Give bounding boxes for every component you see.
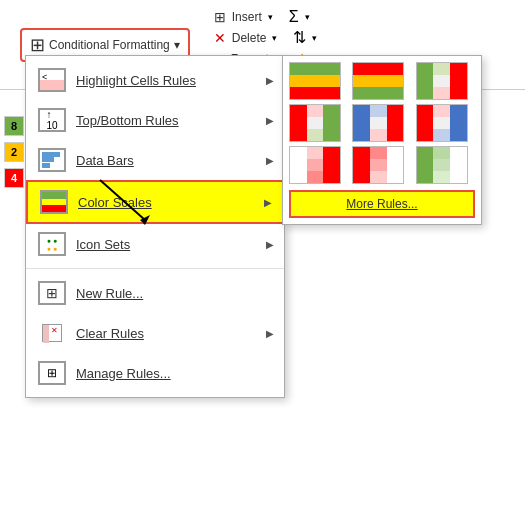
dropdown-menu: < Highlight Cells Rules ▶ ↑10 Top/Bottom… — [25, 55, 285, 398]
menu-item-colorscales[interactable]: Color Scales ▶ — [26, 180, 284, 224]
topbottom-arrow: ▶ — [266, 115, 274, 126]
databars-arrow: ▶ — [266, 155, 274, 166]
colorscales-icon — [38, 188, 70, 216]
row-2-indicator: 2 — [4, 142, 24, 162]
row-indicators: 8 2 4 — [4, 114, 24, 190]
scale-green-white[interactable] — [416, 146, 468, 184]
menu-item-topbottom[interactable]: ↑10 Top/Bottom Rules ▶ — [26, 100, 284, 140]
managerules-label: Manage Rules... — [76, 366, 274, 381]
menu-item-databars[interactable]: Data Bars ▶ — [26, 140, 284, 180]
colorscale-grid — [289, 62, 475, 184]
scale-red-yellow-green[interactable] — [352, 62, 404, 100]
highlight-label: Highlight Cells Rules — [76, 73, 258, 88]
colorscales-label: Color Scales — [78, 195, 256, 210]
scale-red-white[interactable] — [352, 146, 404, 184]
menu-item-highlight[interactable]: < Highlight Cells Rules ▶ — [26, 60, 284, 100]
insert-icon: ⊞ — [214, 9, 226, 25]
iconsets-arrow: ▶ — [266, 239, 274, 250]
row-4-indicator: 4 — [4, 168, 24, 188]
cf-dropdown-icon: ▾ — [174, 38, 180, 52]
newrule-label: New Rule... — [76, 286, 274, 301]
delete-label[interactable]: Delete — [232, 31, 267, 45]
clearrules-arrow: ▶ — [266, 328, 274, 339]
cf-button-label: Conditional Formatting — [49, 38, 170, 52]
more-rules-button[interactable]: More Rules... — [289, 190, 475, 218]
highlight-icon: < — [36, 66, 68, 94]
cf-icon: ⊞ — [30, 34, 45, 56]
sort-dropdown-icon: ▾ — [312, 33, 317, 43]
divider-1 — [26, 268, 284, 269]
clearrules-label: Clear Rules — [76, 326, 258, 341]
menu-item-managerules[interactable]: ⊞ Manage Rules... — [26, 353, 284, 393]
row-8-indicator: 8 — [4, 116, 24, 136]
scale-red-white-blue[interactable] — [416, 104, 468, 142]
highlight-arrow: ▶ — [266, 75, 274, 86]
menu-item-iconsets[interactable]: ●● ●● Icon Sets ▶ — [26, 224, 284, 264]
topbottom-icon: ↑10 — [36, 106, 68, 134]
insert-dropdown-icon: ▾ — [268, 12, 273, 22]
clearrules-icon: ✕ — [36, 319, 68, 347]
sort-icon: ⇅ — [293, 28, 306, 47]
menu-item-clearrules[interactable]: ✕ Clear Rules ▶ — [26, 313, 284, 353]
iconsets-label: Icon Sets — [76, 237, 258, 252]
iconsets-icon: ●● ●● — [36, 230, 68, 258]
databars-label: Data Bars — [76, 153, 258, 168]
scale-white-red[interactable] — [289, 146, 341, 184]
sigma-dropdown-icon: ▾ — [305, 12, 310, 22]
scale-blue-white-red[interactable] — [352, 104, 404, 142]
sigma-icon: Σ — [289, 8, 299, 26]
scale-red-white-green[interactable] — [289, 104, 341, 142]
scale-green-yellow-red[interactable] — [289, 62, 341, 100]
managerules-icon: ⊞ — [36, 359, 68, 387]
topbottom-label: Top/Bottom Rules — [76, 113, 258, 128]
delete-icon: ✕ — [214, 30, 226, 46]
newrule-icon: ⊞ — [36, 279, 68, 307]
colorscales-submenu: More Rules... — [282, 55, 482, 225]
insert-label[interactable]: Insert — [232, 10, 262, 24]
colorscales-arrow: ▶ — [264, 197, 272, 208]
scale-green-white-red[interactable] — [416, 62, 468, 100]
databars-icon — [36, 146, 68, 174]
delete-dropdown-icon: ▾ — [272, 33, 277, 43]
menu-item-newrule[interactable]: ⊞ New Rule... — [26, 273, 284, 313]
